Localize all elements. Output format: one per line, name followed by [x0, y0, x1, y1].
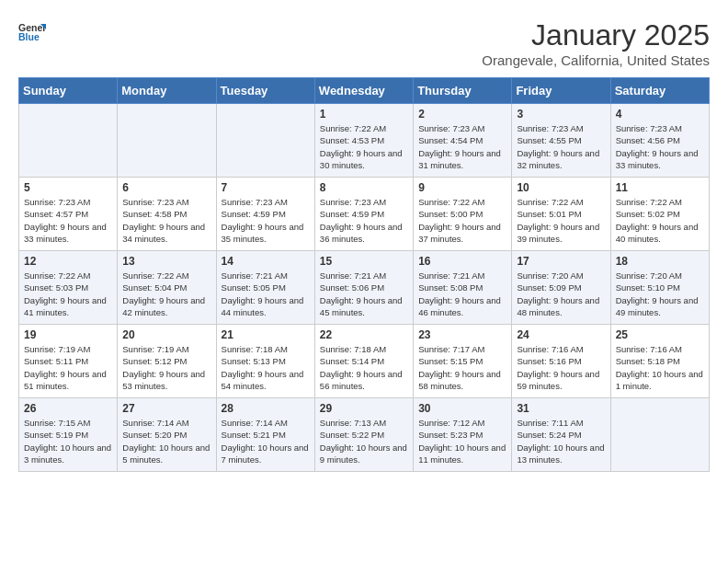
day-info: Sunrise: 7:16 AM Sunset: 5:18 PM Dayligh…: [616, 343, 704, 392]
table-row: 30Sunrise: 7:12 AM Sunset: 5:23 PM Dayli…: [414, 398, 512, 472]
day-number: 29: [320, 402, 408, 415]
day-number: 27: [122, 402, 210, 415]
day-info: Sunrise: 7:20 AM Sunset: 5:10 PM Dayligh…: [616, 270, 704, 318]
table-row: 24Sunrise: 7:16 AM Sunset: 5:16 PM Dayli…: [512, 325, 610, 398]
day-number: 22: [320, 328, 408, 341]
table-row: [19, 104, 118, 178]
day-info: Sunrise: 7:22 AM Sunset: 5:03 PM Dayligh…: [24, 270, 112, 318]
day-info: Sunrise: 7:22 AM Sunset: 5:04 PM Dayligh…: [122, 270, 210, 318]
header-friday: Friday: [512, 78, 610, 104]
calendar-week-row: 19Sunrise: 7:19 AM Sunset: 5:11 PM Dayli…: [19, 325, 710, 398]
logo-icon: General Blue: [18, 18, 46, 46]
day-info: Sunrise: 7:18 AM Sunset: 5:13 PM Dayligh…: [222, 343, 310, 392]
day-info: Sunrise: 7:18 AM Sunset: 5:14 PM Dayligh…: [320, 343, 408, 392]
day-number: 12: [24, 255, 112, 268]
day-number: 4: [616, 108, 704, 121]
table-row: 1Sunrise: 7:22 AM Sunset: 4:53 PM Daylig…: [314, 104, 413, 178]
day-info: Sunrise: 7:23 AM Sunset: 4:59 PM Dayligh…: [222, 196, 310, 245]
table-row: [216, 104, 314, 178]
day-info: Sunrise: 7:19 AM Sunset: 5:12 PM Dayligh…: [122, 343, 210, 392]
table-row: 25Sunrise: 7:16 AM Sunset: 5:18 PM Dayli…: [610, 325, 709, 398]
day-info: Sunrise: 7:23 AM Sunset: 4:57 PM Dayligh…: [24, 196, 112, 245]
header-monday: Monday: [118, 78, 216, 104]
day-number: 23: [418, 328, 506, 341]
table-row: 19Sunrise: 7:19 AM Sunset: 5:11 PM Dayli…: [19, 325, 118, 398]
logo: General Blue: [18, 18, 46, 46]
title-section: January 2025 Orangevale, California, Uni…: [482, 18, 710, 68]
day-info: Sunrise: 7:23 AM Sunset: 4:56 PM Dayligh…: [616, 122, 704, 171]
day-info: Sunrise: 7:11 AM Sunset: 5:24 PM Dayligh…: [517, 417, 605, 465]
day-info: Sunrise: 7:22 AM Sunset: 5:00 PM Dayligh…: [418, 196, 506, 245]
table-row: 7Sunrise: 7:23 AM Sunset: 4:59 PM Daylig…: [216, 178, 314, 251]
header-saturday: Saturday: [610, 78, 709, 104]
day-number: 26: [24, 402, 112, 415]
day-number: 13: [122, 255, 210, 268]
day-number: 11: [616, 181, 704, 194]
table-row: 13Sunrise: 7:22 AM Sunset: 5:04 PM Dayli…: [118, 251, 216, 325]
day-number: 5: [24, 181, 112, 194]
table-row: 17Sunrise: 7:20 AM Sunset: 5:09 PM Dayli…: [512, 251, 610, 325]
table-row: 5Sunrise: 7:23 AM Sunset: 4:57 PM Daylig…: [19, 178, 118, 251]
day-number: 1: [320, 108, 408, 121]
table-row: 15Sunrise: 7:21 AM Sunset: 5:06 PM Dayli…: [314, 251, 413, 325]
day-info: Sunrise: 7:21 AM Sunset: 5:05 PM Dayligh…: [222, 270, 310, 318]
table-row: 14Sunrise: 7:21 AM Sunset: 5:05 PM Dayli…: [216, 251, 314, 325]
calendar-week-row: 26Sunrise: 7:15 AM Sunset: 5:19 PM Dayli…: [19, 398, 710, 472]
day-number: 18: [616, 255, 704, 268]
calendar-table: Sunday Monday Tuesday Wednesday Thursday…: [18, 77, 710, 472]
day-number: 2: [418, 108, 506, 121]
day-number: 20: [122, 328, 210, 341]
table-row: 4Sunrise: 7:23 AM Sunset: 4:56 PM Daylig…: [610, 104, 709, 178]
day-info: Sunrise: 7:12 AM Sunset: 5:23 PM Dayligh…: [418, 417, 506, 465]
day-number: 31: [517, 402, 605, 415]
table-row: [118, 104, 216, 178]
table-row: 29Sunrise: 7:13 AM Sunset: 5:22 PM Dayli…: [314, 398, 413, 472]
day-number: 9: [418, 181, 506, 194]
day-number: 30: [418, 402, 506, 415]
day-info: Sunrise: 7:23 AM Sunset: 4:59 PM Dayligh…: [320, 196, 408, 245]
day-number: 16: [418, 255, 506, 268]
svg-text:Blue: Blue: [18, 31, 40, 42]
day-info: Sunrise: 7:23 AM Sunset: 4:55 PM Dayligh…: [517, 122, 605, 171]
day-info: Sunrise: 7:13 AM Sunset: 5:22 PM Dayligh…: [320, 417, 408, 465]
calendar-week-row: 1Sunrise: 7:22 AM Sunset: 4:53 PM Daylig…: [19, 104, 710, 178]
day-number: 19: [24, 328, 112, 341]
table-row: 2Sunrise: 7:23 AM Sunset: 4:54 PM Daylig…: [414, 104, 512, 178]
table-row: 6Sunrise: 7:23 AM Sunset: 4:58 PM Daylig…: [118, 178, 216, 251]
day-info: Sunrise: 7:22 AM Sunset: 4:53 PM Dayligh…: [320, 122, 408, 171]
day-info: Sunrise: 7:22 AM Sunset: 5:01 PM Dayligh…: [517, 196, 605, 245]
table-row: 16Sunrise: 7:21 AM Sunset: 5:08 PM Dayli…: [414, 251, 512, 325]
table-row: 10Sunrise: 7:22 AM Sunset: 5:01 PM Dayli…: [512, 178, 610, 251]
day-info: Sunrise: 7:14 AM Sunset: 5:21 PM Dayligh…: [222, 417, 310, 465]
day-info: Sunrise: 7:23 AM Sunset: 4:54 PM Dayligh…: [418, 122, 506, 171]
day-number: 15: [320, 255, 408, 268]
day-number: 10: [517, 181, 605, 194]
day-info: Sunrise: 7:14 AM Sunset: 5:20 PM Dayligh…: [122, 417, 210, 465]
day-number: 8: [320, 181, 408, 194]
table-row: 20Sunrise: 7:19 AM Sunset: 5:12 PM Dayli…: [118, 325, 216, 398]
table-row: 23Sunrise: 7:17 AM Sunset: 5:15 PM Dayli…: [414, 325, 512, 398]
table-row: 18Sunrise: 7:20 AM Sunset: 5:10 PM Dayli…: [610, 251, 709, 325]
day-number: 21: [222, 328, 310, 341]
day-number: 17: [517, 255, 605, 268]
header-tuesday: Tuesday: [216, 78, 314, 104]
table-row: 28Sunrise: 7:14 AM Sunset: 5:21 PM Dayli…: [216, 398, 314, 472]
table-row: 27Sunrise: 7:14 AM Sunset: 5:20 PM Dayli…: [118, 398, 216, 472]
header-wednesday: Wednesday: [314, 78, 413, 104]
table-row: 11Sunrise: 7:22 AM Sunset: 5:02 PM Dayli…: [610, 178, 709, 251]
day-number: 25: [616, 328, 704, 341]
weekday-header-row: Sunday Monday Tuesday Wednesday Thursday…: [19, 78, 710, 104]
table-row: [610, 398, 709, 472]
calendar-week-row: 12Sunrise: 7:22 AM Sunset: 5:03 PM Dayli…: [19, 251, 710, 325]
day-number: 7: [222, 181, 310, 194]
day-number: 14: [222, 255, 310, 268]
day-info: Sunrise: 7:20 AM Sunset: 5:09 PM Dayligh…: [517, 270, 605, 318]
header: General Blue January 2025 Orangevale, Ca…: [18, 18, 710, 68]
day-info: Sunrise: 7:21 AM Sunset: 5:06 PM Dayligh…: [320, 270, 408, 318]
day-number: 3: [517, 108, 605, 121]
day-info: Sunrise: 7:22 AM Sunset: 5:02 PM Dayligh…: [616, 196, 704, 245]
table-row: 26Sunrise: 7:15 AM Sunset: 5:19 PM Dayli…: [19, 398, 118, 472]
day-number: 28: [222, 402, 310, 415]
day-number: 6: [122, 181, 210, 194]
day-info: Sunrise: 7:21 AM Sunset: 5:08 PM Dayligh…: [418, 270, 506, 318]
